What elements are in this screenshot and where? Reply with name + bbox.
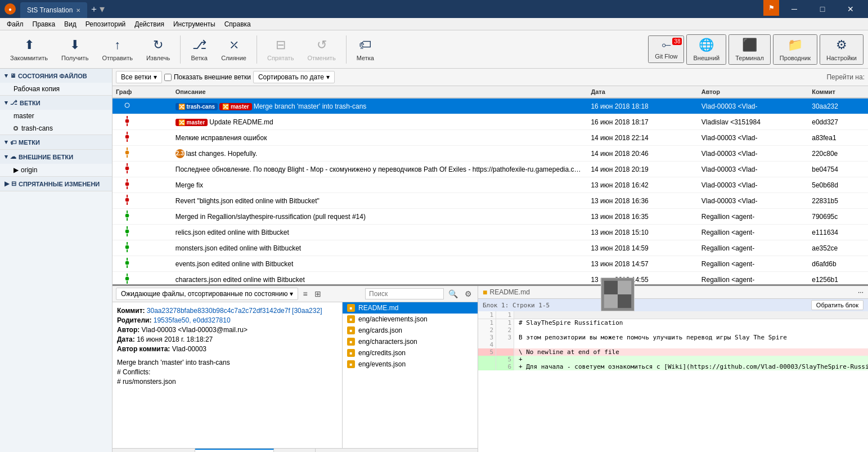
- table-row[interactable]: Revert "blights.json edited online with …: [113, 193, 868, 209]
- minimize-button[interactable]: ─: [781, 0, 807, 18]
- settings-button[interactable]: ⚙ Настройки: [820, 34, 863, 65]
- author-cell: Vlad-00003 <Vlad-: [698, 130, 808, 146]
- sidebar-branches-header[interactable]: ▾ ⎇ ВЕТКИ: [0, 96, 112, 110]
- menu-help[interactable]: Справка: [220, 19, 255, 29]
- current-branch-dot: [14, 126, 18, 131]
- file-icon: ■: [347, 360, 355, 368]
- table-row[interactable]: 2.3last changes. Hopefully.14 июн 2018 2…: [113, 146, 868, 162]
- sidebar-item-origin[interactable]: ▶ origin: [0, 164, 112, 176]
- menu-repo[interactable]: Репозиторий: [81, 19, 131, 29]
- pull-button[interactable]: ⬇ Получить: [56, 35, 94, 64]
- sidebar-remotes-header[interactable]: ▾ ☁ ВНЕШНИЕ ВЕТКИ: [0, 150, 112, 164]
- tab-dropdown-icon[interactable]: ▾: [100, 3, 105, 15]
- branch-button[interactable]: ⎇ Ветка: [185, 35, 213, 64]
- gitflow-button[interactable]: ⟜ 38 Git Flow: [648, 35, 684, 63]
- table-row[interactable]: 🔀 trash-cans🔀 masterMerge branch 'master…: [113, 98, 868, 114]
- table-row[interactable]: Merged in Regallion/slaythespire-russifi…: [113, 209, 868, 225]
- commit-description: monsters.json edited online with Bitbuck…: [176, 244, 301, 252]
- tab-log-history[interactable]: Журнал / история: [195, 449, 273, 452]
- table-row[interactable]: 🔀 masterUpdate README.md16 июн 2018 18:1…: [113, 114, 868, 130]
- table-row[interactable]: characters.json edited online with Bitbu…: [113, 272, 868, 285]
- search-settings-button[interactable]: ⚙: [462, 288, 474, 299]
- merge-button[interactable]: ⤫ Слияние: [215, 35, 252, 64]
- sort-dropdown[interactable]: Сортировать по дате ▾: [253, 71, 335, 83]
- explorer-button[interactable]: 📁 Проводник: [773, 34, 817, 65]
- graph-cell: [113, 98, 172, 114]
- file-name: eng/events.json: [358, 360, 406, 368]
- settings-icon: ⚙: [836, 38, 847, 52]
- sidebar-file-states-header[interactable]: ▾ 🖥 СОСТОЯНИЯ ФАЙЛОВ: [0, 69, 112, 83]
- menu-edit[interactable]: Правка: [28, 19, 60, 29]
- old-line-num: 5: [478, 348, 496, 356]
- list-item[interactable]: ■ eng/events.json: [343, 359, 478, 370]
- tree-view-button[interactable]: ⊞: [312, 288, 323, 299]
- menu-file[interactable]: Файл: [2, 19, 28, 29]
- stash-button[interactable]: ⊟ Спрятать: [262, 35, 299, 64]
- maximize-button[interactable]: □: [809, 0, 835, 18]
- bottom-section: Ожидающие файлы, отсортированные по сост…: [113, 284, 868, 452]
- diff-options-icon[interactable]: ···: [858, 288, 863, 296]
- branch-tag-master: 🔀 master: [176, 119, 208, 126]
- table-row[interactable]: Последнее обновление. По поводу Blight -…: [113, 162, 868, 177]
- pull-icon: ⬇: [70, 38, 80, 52]
- tab-label: StS Translation: [27, 6, 73, 14]
- sidebar-item-working-copy[interactable]: Рабочая копия: [0, 83, 112, 95]
- file-name: eng/cards.json: [358, 326, 402, 334]
- content-area: Все ветки ▾ Показать внешние ветки Сорти…: [113, 69, 868, 452]
- search-input[interactable]: [365, 288, 444, 299]
- table-row[interactable]: events.json edited online with Bitbucket…: [113, 256, 868, 272]
- pending-files-dropdown[interactable]: Ожидающие файлы, отсортированные по сост…: [116, 288, 298, 300]
- col-header-commit: Коммит: [808, 86, 868, 98]
- sidebar-tags-header[interactable]: ▾ 🏷 МЕТКИ: [0, 135, 112, 149]
- author-cell: Regallion <agent-: [698, 256, 808, 272]
- sidebar-item-trash-cans[interactable]: trash-cans: [0, 122, 112, 135]
- search-button[interactable]: 🔍: [446, 288, 460, 299]
- new-tab-button[interactable]: ＋: [89, 3, 98, 15]
- list-item[interactable]: ■ eng/achievements.json: [343, 314, 478, 325]
- list-item[interactable]: ■ eng/cards.json: [343, 325, 478, 336]
- sidebar-stash-header[interactable]: ▶ ⊟ СПРЯТАННЫЕ ИЗМЕНЕНИ: [0, 177, 112, 191]
- push-button[interactable]: ↑ Отправить: [96, 35, 138, 64]
- commit-description: relics.json edited online with Bitbucket: [176, 229, 289, 236]
- sidebar: ▾ 🖥 СОСТОЯНИЯ ФАЙЛОВ Рабочая копия ▾ ⎇ В…: [0, 69, 113, 452]
- menu-tools[interactable]: Инструменты: [169, 19, 220, 29]
- author-cell: Vlad-00003 <Vlad-: [698, 177, 808, 193]
- table-row[interactable]: relics.json edited online with Bitbucket…: [113, 225, 868, 240]
- commit-hash-value: 30aa23278bfabe8330b98c4c7a2c72df3142de7f…: [147, 307, 322, 315]
- tab-sts-translation[interactable]: StS Translation ✕: [20, 2, 87, 18]
- all-branches-dropdown[interactable]: Все ветки ▾: [116, 71, 162, 83]
- list-item[interactable]: ■ README.md: [343, 302, 478, 314]
- file-name: eng/credits.json: [358, 349, 406, 357]
- discard-button[interactable]: ↺ Отменить: [302, 35, 341, 64]
- date-cell: 14 июн 2018 20:19: [587, 162, 698, 177]
- show-remotes-checkbox[interactable]: [164, 74, 172, 81]
- settings-label: Настройки: [826, 55, 857, 61]
- show-remotes-checkbox-label[interactable]: Показать внешние ветки: [164, 73, 251, 81]
- revert-block-button[interactable]: Обратить блок: [811, 300, 863, 310]
- close-window-button[interactable]: ✕: [838, 0, 863, 18]
- list-item[interactable]: ■ eng/credits.json: [343, 347, 478, 359]
- terminal-button[interactable]: ⬛ Терминал: [728, 34, 771, 65]
- fetch-button[interactable]: ↻ Извлечь: [141, 35, 176, 64]
- table-row[interactable]: Merge fix13 июн 2018 16:42Vlad-00003 <Vl…: [113, 177, 868, 193]
- gitflow-badge: 38: [672, 38, 682, 45]
- table-row[interactable]: Мелкие исправления ошибок14 июн 2018 22:…: [113, 130, 868, 146]
- author-cell: Vlad-00003 <Vlad-: [698, 162, 808, 177]
- menu-view[interactable]: Вид: [60, 19, 81, 29]
- external-button[interactable]: 🌐 Внешний: [686, 34, 726, 65]
- list-item[interactable]: ■ eng/characters.json: [343, 336, 478, 347]
- tab-search[interactable]: Поиск: [274, 449, 316, 452]
- commit-button[interactable]: ⬆ Закоммитить: [5, 35, 53, 64]
- close-tab-button[interactable]: ✕: [76, 7, 80, 14]
- sidebar-item-master[interactable]: master: [0, 110, 112, 122]
- tag-button[interactable]: 🏷 Метка: [351, 35, 380, 64]
- commit-description: Merged in Regallion/slaythespire-russifi…: [176, 213, 366, 221]
- list-view-button[interactable]: ≡: [300, 288, 309, 299]
- description-cell: 🔀 masterUpdate README.md: [172, 114, 588, 130]
- table-row[interactable]: monsters.json edited online with Bitbuck…: [113, 240, 868, 256]
- commit-description: Merge branch 'master' into trash-cans: [254, 102, 367, 110]
- tab-file-states[interactable]: Состояния файлов: [113, 449, 195, 452]
- col-header-date: Дата: [587, 86, 698, 98]
- menu-actions[interactable]: Действия: [130, 19, 169, 29]
- fetch-label: Извлечь: [146, 55, 170, 61]
